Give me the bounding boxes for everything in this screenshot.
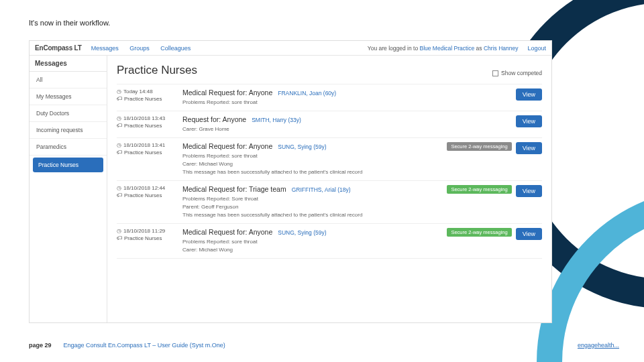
row-body: Medical Request for: Triage teamGRIFFITH…	[182, 185, 441, 219]
row-time: 18/10/2018 11:29	[123, 228, 165, 234]
sidebar-item[interactable]: Incoming requests	[30, 122, 107, 139]
row-detail-line: Problems Reported: sore throat	[182, 99, 435, 107]
row-body: Medical Request for: AnyoneSUNG, Sying (…	[182, 228, 441, 254]
doc-title: Engage Consult En.Compass LT – User Guid…	[64, 342, 225, 349]
row-actions: Secure 2-way messagingView	[441, 185, 542, 219]
top-nav: Messages Groups Colleagues	[91, 45, 201, 52]
row-detail-line: This message has been successfully attac…	[182, 211, 435, 219]
row-actions: Secure 2-way messagingView	[441, 228, 542, 254]
login-as: as	[476, 45, 482, 52]
row-body: Medical Request for: AnyoneSUNG, Sying (…	[182, 142, 441, 176]
brand-logo: EnCompass LT	[35, 44, 82, 52]
tag-icon: 🏷	[117, 123, 122, 129]
row-title: Medical Request for: Anyone	[182, 228, 272, 236]
row-patient-link[interactable]: SMITH, Harry (33y)	[252, 117, 301, 123]
slide-caption: It's now in their workflow.	[29, 19, 110, 27]
top-bar: EnCompass LT Messages Groups Colleagues …	[30, 41, 551, 56]
login-org-link[interactable]: Blue Medical Practice	[420, 45, 475, 52]
row-detail-line: Carer: Michael Wong	[182, 160, 435, 168]
tag-icon: 🏷	[117, 192, 122, 198]
row-patient-link[interactable]: SUNG, Sying (59y)	[278, 143, 326, 150]
row-title: Request for: Anyone	[182, 115, 246, 123]
tag-icon: 🏷	[117, 149, 122, 156]
row-detail-line: This message has been successfully attac…	[182, 168, 435, 176]
row-meta: ◷18/10/2018 12:44🏷Practice Nurses	[117, 185, 182, 219]
row-group: Practice Nurses	[124, 235, 162, 241]
slide-footer: page 29 Engage Consult En.Compass LT – U…	[29, 342, 619, 349]
checkbox-icon	[492, 70, 498, 76]
row-actions: View	[441, 88, 542, 107]
secure-messaging-badge: Secure 2-way messaging	[447, 185, 511, 194]
row-meta: ◷18/10/2018 11:29🏷Practice Nurses	[117, 228, 182, 254]
row-patient-link[interactable]: GRIFFITHS, Arial (18y)	[292, 186, 351, 193]
sidebar-item[interactable]: All	[30, 72, 107, 88]
row-title: Medical Request for: Anyone	[182, 88, 272, 97]
message-row: ◷18/10/2018 12:44🏷Practice NursesMedical…	[117, 181, 542, 224]
sidebar: Messages AllMy MessagesDuty DoctorsIncom…	[30, 56, 107, 322]
row-actions: Secure 2-way messagingView	[441, 142, 542, 176]
row-detail-line: Problems Reported: Sore throat	[182, 195, 435, 203]
message-row: ◷18/10/2018 11:29🏷Practice NursesMedical…	[117, 224, 542, 259]
row-time: 18/10/2018 12:44	[123, 185, 165, 191]
clock-icon: ◷	[117, 88, 121, 95]
clock-icon: ◷	[117, 115, 121, 121]
message-row: ◷18/10/2018 13:41🏷Practice NursesMedical…	[117, 138, 542, 181]
page-number: page 29	[29, 342, 52, 349]
view-button[interactable]: View	[516, 88, 542, 101]
footer-link[interactable]: engagehealth...	[578, 342, 619, 349]
row-patient-link[interactable]: FRANKLIN, Joan (60y)	[278, 90, 336, 97]
row-group: Practice Nurses	[124, 123, 162, 129]
row-body: Medical Request for: AnyoneFRANKLIN, Joa…	[182, 88, 441, 107]
clock-icon: ◷	[117, 185, 121, 191]
nav-groups[interactable]: Groups	[129, 45, 150, 52]
message-list: ◷Today 14:48🏷Practice NursesMedical Requ…	[117, 84, 542, 259]
row-actions: View	[441, 115, 542, 133]
view-button[interactable]: View	[516, 115, 542, 127]
logout-link[interactable]: Logout	[527, 45, 546, 52]
row-detail-line: Carer: Grave Home	[182, 125, 435, 133]
nav-colleagues[interactable]: Colleagues	[160, 45, 191, 52]
row-body: Request for: AnyoneSMITH, Harry (33y)Car…	[182, 115, 441, 133]
tag-icon: 🏷	[117, 235, 122, 241]
message-row: ◷18/10/2018 13:43🏷Practice NursesRequest…	[117, 111, 542, 138]
row-meta: ◷18/10/2018 13:43🏷Practice Nurses	[117, 115, 182, 133]
row-patient-link[interactable]: SUNG, Sying (59y)	[278, 229, 326, 236]
row-title: Medical Request for: Triage team	[182, 185, 286, 193]
row-detail-line: Problems Reported: sore throat	[182, 152, 435, 160]
clock-icon: ◷	[117, 142, 121, 148]
message-row: ◷Today 14:48🏷Practice NursesMedical Requ…	[117, 84, 542, 111]
row-meta: ◷18/10/2018 13:41🏷Practice Nurses	[117, 142, 182, 176]
clock-icon: ◷	[117, 228, 121, 234]
row-detail-line: Parent: Geoff Ferguson	[182, 203, 435, 211]
row-group: Practice Nurses	[124, 149, 162, 156]
secure-messaging-badge: Secure 2-way messaging	[447, 142, 511, 151]
tag-icon: 🏷	[117, 96, 122, 102]
row-title: Medical Request for: Anyone	[182, 142, 272, 150]
login-status: You are logged in to Blue Medical Practi…	[368, 45, 519, 52]
show-completed-label: Show competed	[501, 70, 542, 76]
sidebar-item[interactable]: My Messages	[30, 88, 107, 105]
login-prefix: You are logged in to	[368, 45, 418, 52]
view-button[interactable]: View	[516, 185, 542, 197]
login-user-link[interactable]: Chris Hanney	[484, 45, 519, 52]
row-detail-line: Problems Reported: sore throat	[182, 238, 435, 246]
row-time: Today 14:48	[123, 88, 153, 95]
main-panel: Practice Nurses Show competed ◷Today 14:…	[107, 56, 551, 322]
row-time: 18/10/2018 13:41	[123, 142, 165, 148]
row-group: Practice Nurses	[124, 96, 162, 102]
sidebar-heading: Messages	[30, 56, 107, 72]
nav-messages[interactable]: Messages	[91, 45, 119, 52]
sidebar-item[interactable]: Practice Nurses	[33, 158, 103, 172]
row-meta: ◷Today 14:48🏷Practice Nurses	[117, 88, 182, 107]
sidebar-item[interactable]: Paramedics	[30, 139, 107, 156]
show-completed-toggle[interactable]: Show competed	[492, 70, 542, 76]
app-window: EnCompass LT Messages Groups Colleagues …	[29, 40, 552, 323]
view-button[interactable]: View	[516, 228, 542, 240]
page-title: Practice Nurses	[117, 64, 197, 77]
secure-messaging-badge: Secure 2-way messaging	[447, 228, 511, 237]
row-detail-line: Carer: Michael Wong	[182, 246, 435, 254]
view-button[interactable]: View	[516, 142, 542, 154]
row-time: 18/10/2018 13:43	[123, 115, 165, 121]
sidebar-item[interactable]: Duty Doctors	[30, 105, 107, 122]
row-group: Practice Nurses	[124, 192, 162, 198]
